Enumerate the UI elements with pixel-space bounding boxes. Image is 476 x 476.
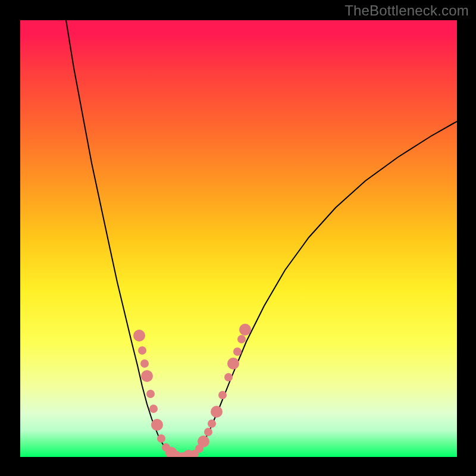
dot-point	[208, 419, 216, 428]
dot-point	[204, 428, 212, 436]
dot-point	[227, 358, 239, 369]
dot-point	[133, 330, 145, 342]
bottleneck-curve	[66, 20, 457, 456]
plot-area	[20, 20, 457, 457]
highlight-dots	[133, 324, 251, 457]
dot-point	[239, 324, 251, 336]
dot-point	[233, 347, 242, 356]
dot-point	[218, 391, 227, 399]
dot-point	[198, 436, 209, 447]
curve-layer	[20, 20, 457, 457]
dot-point	[151, 419, 163, 431]
figure-frame: TheBottleneck.com	[0, 0, 476, 476]
dot-point	[138, 346, 146, 355]
dot-point	[141, 370, 153, 382]
watermark-label: TheBottleneck.com	[345, 2, 469, 19]
dot-point	[149, 405, 158, 413]
dot-point	[211, 406, 223, 418]
dot-point	[237, 335, 246, 343]
dot-point	[146, 390, 155, 398]
dot-point	[157, 434, 165, 443]
dot-point	[140, 359, 149, 368]
dot-point	[224, 373, 233, 381]
